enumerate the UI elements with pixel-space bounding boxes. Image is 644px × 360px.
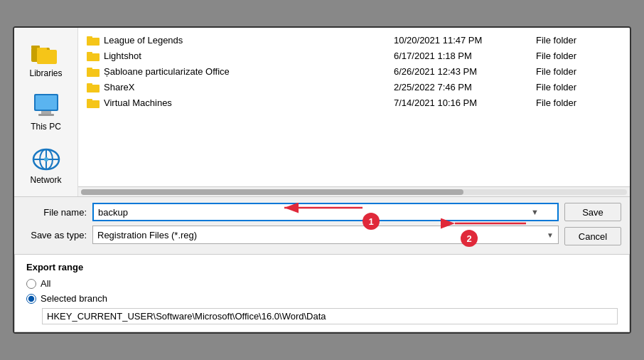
filename-input[interactable] [92, 203, 559, 221]
file-name: League of Legends [104, 35, 183, 46]
file-browser-area: Libraries This PC [14, 28, 630, 197]
file-date: 2/25/2022 7:46 PM [394, 82, 536, 92]
sidebar: Libraries This PC [14, 28, 78, 196]
file-controls-wrapper: File name: ▼ Save as type: Registration … [14, 197, 630, 254]
sidebar-item-libraries[interactable]: Libraries [18, 35, 75, 83]
svg-rect-19 [87, 85, 100, 92]
network-icon [31, 146, 61, 173]
svg-rect-18 [87, 68, 92, 70]
svg-rect-22 [87, 99, 92, 101]
horizontal-scrollbar[interactable] [78, 186, 630, 196]
svg-rect-20 [87, 83, 92, 85]
svg-rect-17 [87, 69, 100, 77]
file-type: File folder [536, 51, 621, 61]
file-list: League of Legends 10/20/2021 11:47 PM Fi… [78, 28, 630, 186]
file-name: Șabloane particularizate Office [104, 66, 230, 77]
file-type: File folder [536, 82, 621, 92]
sidebar-thispc-label: This PC [31, 122, 61, 132]
file-name: ShareX [104, 82, 134, 92]
table-row[interactable]: League of Legends 10/20/2021 11:47 PM Fi… [81, 32, 627, 48]
folder-icon [87, 34, 100, 46]
selected-branch-label[interactable]: Selected branch [41, 293, 107, 304]
folder-icon [87, 97, 100, 108]
table-row[interactable]: Lightshot 6/17/2021 1:18 PM File folder [81, 48, 627, 63]
svg-rect-6 [41, 111, 51, 114]
folder-icon [87, 50, 100, 61]
dialog-buttons: Save Cancel [564, 203, 621, 245]
file-name: Virtual Machines [104, 97, 172, 108]
all-option-row: All [26, 278, 618, 289]
sidebar-item-thispc[interactable]: This PC [18, 88, 75, 136]
sidebar-network-label: Network [30, 175, 61, 185]
file-type: File folder [536, 66, 621, 77]
sidebar-item-network[interactable]: Network [18, 142, 75, 189]
dropdown-arrow: ▼ [547, 231, 554, 239]
save-type-dropdown[interactable]: Registration Files (*.reg) ▼ [92, 226, 559, 244]
save-dialog: Libraries This PC [13, 26, 631, 334]
selected-branch-option-row: Selected branch [26, 293, 618, 304]
all-radio-label[interactable]: All [41, 278, 50, 289]
cancel-button[interactable]: Cancel [564, 227, 621, 245]
svg-point-12 [44, 157, 48, 162]
folder-icon [87, 65, 100, 77]
export-range-section: Export range All Selected branch HKEY_CU… [14, 254, 630, 332]
sidebar-libraries-label: Libraries [29, 68, 62, 78]
file-date: 6/17/2021 1:18 PM [394, 51, 536, 61]
file-name: Lightshot [104, 51, 141, 61]
table-row[interactable]: Șabloane particularizate Office 6/26/202… [81, 63, 627, 79]
file-controls: File name: ▼ Save as type: Registration … [14, 197, 630, 254]
svg-rect-2 [37, 50, 57, 64]
save-type-label: Save as type: [23, 230, 87, 240]
all-radio[interactable] [26, 279, 36, 289]
table-row[interactable]: ShareX 2/25/2022 7:46 PM File folder [81, 79, 627, 95]
svg-rect-7 [38, 114, 54, 116]
svg-rect-3 [37, 48, 47, 51]
folder-icon [87, 81, 100, 92]
svg-rect-14 [87, 36, 92, 38]
file-date: 7/14/2021 10:16 PM [394, 97, 536, 108]
svg-rect-5 [36, 95, 57, 110]
file-type: File folder [536, 97, 621, 108]
svg-rect-16 [87, 52, 92, 54]
svg-rect-15 [87, 53, 100, 61]
table-row[interactable]: Virtual Machines 7/14/2021 10:16 PM File… [81, 95, 627, 110]
selected-branch-radio[interactable] [26, 294, 36, 304]
file-type: File folder [536, 35, 621, 46]
libraries-icon [31, 39, 61, 66]
svg-rect-21 [87, 100, 100, 108]
save-button[interactable]: Save [564, 203, 621, 221]
thispc-icon [31, 92, 61, 120]
svg-rect-13 [87, 38, 100, 46]
export-range-title: Export range [26, 262, 618, 272]
registry-path: HKEY_CURRENT_USER\Software\Microsoft\Off… [42, 308, 618, 324]
file-date: 6/26/2021 12:43 PM [394, 66, 536, 77]
save-type-value: Registration Files (*.reg) [97, 230, 197, 240]
file-date: 10/20/2021 11:47 PM [394, 35, 536, 46]
file-name-label: File name: [23, 207, 87, 218]
